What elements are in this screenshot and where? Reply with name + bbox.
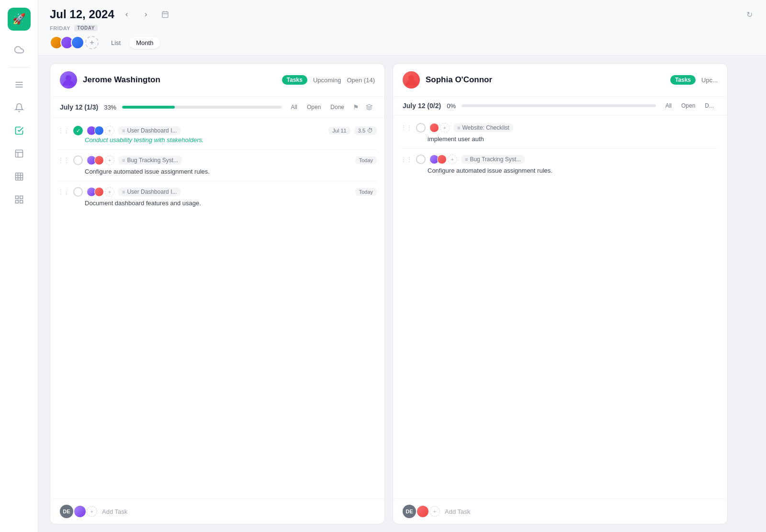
task-tag[interactable]: ≡ User Dashboard I... [118,126,180,135]
task-check-done[interactable]: ✓ [73,126,83,135]
task-tag[interactable]: ≡ User Dashboard I... [118,188,180,196]
task-avatars: + [87,155,114,165]
sophia-add-task-footer: DE + Add Task [393,499,727,524]
sidebar-item-grid[interactable] [10,190,29,209]
tab-list[interactable]: List [104,37,127,49]
task-check[interactable] [73,155,83,165]
sidebar-item-notes[interactable] [10,144,29,163]
avatar-3[interactable] [71,36,84,49]
jerome-filter-all[interactable]: All [287,103,301,111]
footer-avatar [417,506,428,517]
task-avatar [437,155,447,164]
next-btn[interactable]: › [139,8,153,21]
drag-handle[interactable]: ⋮⋮ [401,124,412,131]
task-add-member[interactable]: + [105,155,114,165]
column-jerome: Jerome Washington Tasks Upcoming Open (1… [50,63,385,524]
task-add-member[interactable]: + [440,123,450,133]
column-sophia: Sophia O'Connor Tasks Upc... July 12 (0/… [393,63,728,524]
task-item: ⋮⋮ ✓ + ≡ User Dashboard I... Jul 11 [50,122,384,147]
header-controls: List Month [50,36,755,49]
list-icon: ≡ [457,125,460,131]
sophia-progress-bar [462,104,656,107]
drag-handle[interactable]: ⋮⋮ [401,156,412,163]
task-row: ⋮⋮ + ≡ Website: Checklist [401,123,720,133]
task-subtitle: Conduct usability testing with stakehold… [58,136,377,144]
task-add-member[interactable]: + [105,187,114,197]
view-tabs: List Month [104,37,160,49]
tab-month[interactable]: Month [129,37,160,49]
task-divider [58,149,377,150]
task-tag[interactable]: ≡ Bug Tracking Syst... [461,155,525,164]
avatar-sophia [403,71,420,89]
task-item: ⋮⋮ + ≡ User Dashboard I... Today [50,183,384,211]
jerome-filter-open[interactable]: Open [303,103,325,111]
task-avatar [94,126,104,135]
drag-handle[interactable]: ⋮⋮ [58,157,69,164]
sophia-tasks: ⋮⋮ + ≡ Website: Checklist implement user… [393,115,727,499]
sophia-filter-all[interactable]: All [662,101,676,110]
footer-add-av[interactable]: + [429,506,440,517]
drag-handle[interactable]: ⋮⋮ [58,127,69,134]
sophia-date-row: July 12 (0/2) 0% All Open D... [393,97,727,115]
task-divider [401,148,720,149]
sophia-filters: All Open D... [662,101,718,110]
add-task-initials: DE [403,505,416,518]
task-check[interactable] [416,155,426,164]
list-icon: ≡ [122,189,125,195]
svg-rect-13 [15,200,18,203]
task-desc: implement user auth [401,135,720,143]
task-avatars: + [429,155,457,164]
sidebar-item-tasks[interactable] [10,121,29,140]
sophia-filter-done[interactable]: D... [701,101,718,110]
svg-rect-15 [162,12,168,18]
jerome-add-task-footer: DE + Add Task [50,499,384,524]
task-tag-name: Website: Checklist [462,124,509,131]
jerome-name: Jerome Washington [83,75,276,85]
jerome-date-row: July 12 (1/3) 33% All Open Done ⚑ [50,97,384,118]
refresh-btn[interactable]: ↻ [744,8,755,21]
sidebar-item-menu[interactable] [10,75,29,94]
add-task-btn[interactable]: Add Task [102,508,127,515]
add-member-btn[interactable] [85,36,99,49]
today-badge: TODAY [74,25,98,31]
sidebar-item-table[interactable] [10,167,29,186]
task-tag[interactable]: ≡ Website: Checklist [453,123,513,132]
jerome-filter-done[interactable]: Done [327,103,348,111]
task-tag[interactable]: ≡ Bug Tracking Syst... [118,156,182,165]
svg-rect-3 [15,150,23,157]
list-icon: ≡ [122,128,125,133]
jerome-filters: All Open Done ⚑ [287,101,375,113]
drag-handle[interactable]: ⋮⋮ [58,188,69,195]
jerome-layers-btn[interactable] [363,101,375,113]
task-add-member[interactable]: + [105,126,114,135]
jerome-tasks-badge: Tasks [282,75,307,85]
list-icon: ≡ [465,156,468,162]
task-row: ⋮⋮ + ≡ User Dashboard I... Today [58,187,377,197]
add-task-btn[interactable]: Add Task [445,508,470,515]
task-tag-name: User Dashboard I... [127,188,177,195]
task-check[interactable] [416,123,426,133]
jerome-pct: 33% [104,104,116,111]
app-logo[interactable]: 🚀 [8,8,31,31]
jerome-progress-bar [122,106,281,109]
task-avatar [94,187,104,197]
sidebar-item-bell[interactable] [10,98,29,117]
task-row: ⋮⋮ + ≡ Bug Tracking Syst... [401,155,720,164]
task-check[interactable] [73,187,83,197]
task-divider [58,181,377,181]
jerome-date: July 12 (1/3) [60,103,98,111]
task-date: Today [355,156,377,164]
sophia-filter-open[interactable]: Open [677,101,699,110]
footer-add-av[interactable]: + [87,506,97,517]
jerome-flag-btn[interactable]: ⚑ [350,101,361,113]
column-header-jerome: Jerome Washington Tasks Upcoming Open (1… [50,64,384,97]
task-item: ⋮⋮ + ≡ Bug Tracking Syst... Today [50,152,384,179]
calendar-btn[interactable] [158,8,172,21]
task-add-member[interactable]: + [448,155,457,164]
header-date: Jul 12, 2024 [50,8,114,21]
task-desc: Configure automated issue assignment rul… [401,167,720,174]
day-label: FRIDAY [50,25,70,31]
task-row: ⋮⋮ + ≡ Bug Tracking Syst... Today [58,155,377,165]
sidebar-item-cloud[interactable] [10,40,29,59]
prev-btn[interactable]: ‹ [120,8,134,21]
